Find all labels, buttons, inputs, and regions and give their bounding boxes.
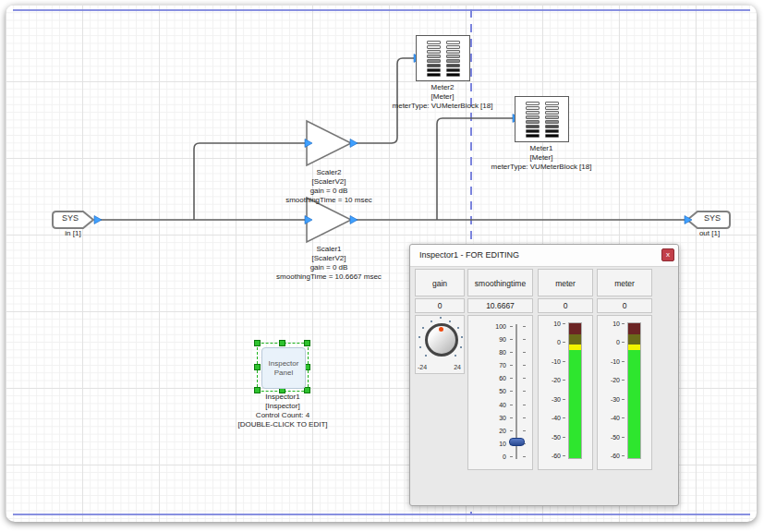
vu-meter-bar — [568, 322, 582, 459]
scale-tick-label: -60 — [598, 453, 620, 459]
scale-tick-label: 10 — [539, 320, 561, 327]
scale-tick-label: 10 — [468, 441, 506, 447]
tick-mark — [622, 361, 625, 362]
scale-tick-label: -60 — [539, 453, 561, 459]
scaler2-labels: Scaler2 [ScalerV2] gain = 0 dB smoothing… — [246, 168, 412, 205]
inspector-window[interactable]: Inspector1 - FOR EDITING x gain 0 -24 — [409, 244, 679, 506]
scale-tick-label: -50 — [598, 434, 620, 441]
tick-mark — [622, 323, 625, 324]
tick-mark — [523, 326, 526, 327]
inspector-panel-block[interactable]: Inspector Panel — [261, 347, 306, 389]
scale-tick-label: -10 — [598, 358, 620, 365]
scale-tick-label: 30 — [468, 415, 506, 421]
design-canvas[interactable]: SYS in [1] SYS out [1] Meter2 [Meter] me… — [6, 5, 757, 522]
tick-mark — [622, 399, 625, 400]
scale-tick-label: 20 — [468, 428, 506, 434]
gain-knob-cell: -24 24 — [415, 315, 465, 374]
tick-mark — [510, 430, 513, 431]
inspector-title: Inspector1 - FOR EDITING — [419, 245, 519, 266]
sys-out-port-label: out [1] — [626, 229, 757, 238]
tick-mark — [563, 437, 565, 438]
tick-mark — [622, 455, 625, 456]
close-icon[interactable]: x — [661, 248, 674, 261]
gain-header: gain — [415, 269, 465, 296]
meter-header: meter — [597, 269, 652, 296]
smoothingtime-header: smoothingtime — [467, 269, 533, 296]
scale-tick-label: 0 — [598, 339, 620, 345]
selection-handle[interactable] — [304, 340, 310, 346]
tick-mark — [510, 405, 513, 405]
scale-tick-label: -20 — [598, 377, 620, 383]
tick-mark — [563, 399, 565, 400]
knob-indicator-dot — [439, 327, 443, 332]
scale-tick-label: -20 — [539, 377, 561, 383]
sys-in-label: SYS — [53, 213, 88, 223]
meter2-block[interactable] — [416, 35, 470, 81]
slider-handle[interactable] — [509, 438, 525, 446]
scale-tick-label: 100 — [468, 323, 506, 330]
meter-scale: 100-10-20-30-40-50-60 — [598, 320, 625, 460]
scale-tick-label: 60 — [468, 375, 506, 381]
tick-mark — [523, 430, 526, 431]
tick-mark — [510, 326, 513, 327]
gain-value[interactable]: 0 — [415, 298, 465, 313]
tick-mark — [510, 339, 513, 340]
tick-mark — [523, 456, 526, 457]
smoothingtime-value[interactable]: 10.6667 — [467, 298, 533, 313]
meter-display-cell: 100-10-20-30-40-50-60 — [597, 315, 652, 470]
tick-mark — [563, 380, 565, 381]
tick-mark — [510, 352, 513, 353]
tick-mark — [510, 365, 513, 366]
tick-mark — [622, 437, 625, 438]
scale-tick-label: 50 — [468, 388, 506, 394]
scale-tick-label: -30 — [598, 396, 620, 403]
scale-tick-label: 0 — [539, 339, 561, 345]
scale-tick-label: -10 — [539, 358, 561, 365]
inspector-titlebar[interactable]: Inspector1 - FOR EDITING x — [410, 245, 678, 267]
meter-display-cell: 100-10-20-30-40-50-60 — [538, 315, 593, 470]
tick-mark — [523, 365, 526, 366]
scale-tick-label: -40 — [598, 415, 620, 421]
selection-handle[interactable] — [279, 340, 285, 346]
scaler2-block[interactable] — [307, 121, 351, 165]
scale-tick-label: 10 — [598, 320, 620, 327]
selection-handle[interactable] — [254, 364, 261, 370]
tick-mark — [523, 417, 526, 418]
tick-mark — [563, 455, 565, 456]
knob-max-label: 24 — [454, 364, 461, 370]
tick-mark — [622, 342, 625, 343]
selection-handle[interactable] — [254, 340, 261, 346]
meter2-labels: Meter2 [Meter] meterType: VUMeterBlock [… — [359, 83, 526, 111]
sys-in-output-arrow[interactable] — [94, 216, 102, 224]
tick-mark — [622, 417, 625, 418]
meter1-labels: Meter1 [Meter] meterType: VUMeterBlock [… — [458, 144, 625, 172]
tick-mark — [510, 391, 513, 392]
scaler1-output-arrow[interactable] — [350, 216, 358, 224]
tick-mark — [563, 323, 565, 324]
scaler2-output-arrow[interactable] — [350, 139, 358, 148]
vu-meter-icon — [427, 41, 441, 77]
tick-mark — [510, 417, 513, 418]
scale-tick-label: -40 — [539, 415, 561, 421]
vu-meter-icon — [526, 102, 540, 138]
tick-mark — [523, 405, 526, 405]
scale-tick-label: 0 — [468, 453, 506, 460]
tick-mark — [622, 380, 625, 381]
tick-mark — [523, 352, 526, 353]
scaler1-labels: Scaler1 [ScalerV2] gain = 0 dB smoothing… — [246, 245, 412, 282]
tick-mark — [563, 361, 565, 362]
meter-value: 0 — [538, 298, 593, 313]
meter-header: meter — [538, 269, 593, 296]
scale-tick-label: -30 — [539, 396, 561, 403]
tick-mark — [563, 417, 565, 418]
sys-in-port-label: in [1] — [6, 229, 156, 238]
scale-tick-label: 40 — [468, 402, 506, 408]
meter1-block[interactable] — [515, 96, 569, 142]
tick-mark — [523, 339, 526, 340]
knob-min-label: -24 — [418, 364, 427, 370]
tick-mark — [510, 378, 513, 379]
vu-meter-icon — [545, 102, 559, 138]
vu-meter-bar — [627, 322, 641, 459]
tick-mark — [523, 391, 526, 392]
tick-mark — [523, 378, 526, 379]
